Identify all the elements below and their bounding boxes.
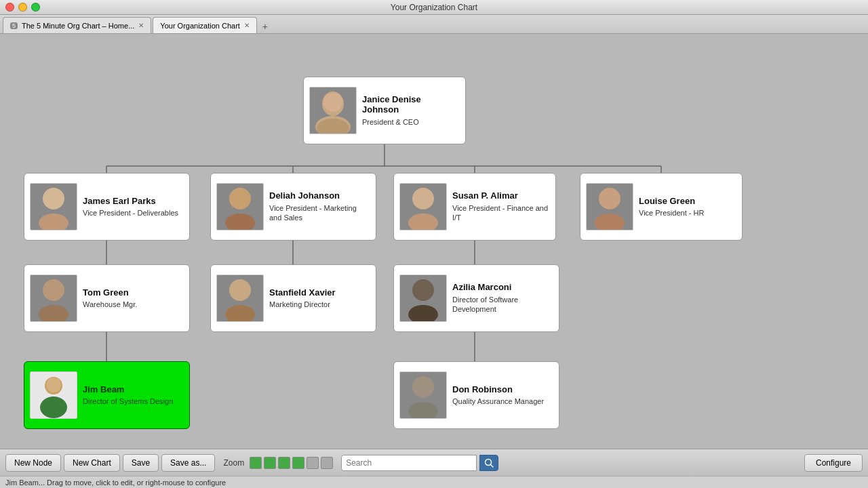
info-stanfield: Stanfield Xavier Marketing Director <box>269 287 370 310</box>
title-bar: Your Organization Chart <box>0 0 868 15</box>
new-chart-button[interactable]: New Chart <box>64 454 120 472</box>
svg-point-33 <box>40 396 67 418</box>
node-deliah[interactable]: Deliah Johanson Vice President - Marketi… <box>210 173 376 241</box>
main-content: Janice Denise Johnson President & CEO Ja… <box>0 34 868 476</box>
name-jimbeam: Jim Beam <box>83 384 184 395</box>
name-james: James Earl Parks <box>83 196 184 207</box>
info-tom: Tom Green Warehouse Mgr. <box>83 287 184 310</box>
avatar-janice <box>309 87 357 134</box>
node-azilia[interactable]: Azilia Marconi Director of Software Deve… <box>393 264 559 332</box>
info-don: Don Robinson Quality Assurance Manager <box>452 384 553 407</box>
tab-chart-label: Your Organization Chart <box>160 22 240 30</box>
name-susan: Susan P. Alimar <box>452 190 550 201</box>
svg-point-24 <box>599 188 620 209</box>
svg-point-18 <box>43 188 64 209</box>
title-stanfield: Marketing Director <box>269 300 370 309</box>
status-message: Jim Beam... Drag to move, click to edit,… <box>5 479 226 487</box>
avatar-azilia <box>399 274 447 322</box>
avatar-don <box>399 371 447 419</box>
svg-point-19 <box>39 214 68 230</box>
svg-point-16 <box>323 93 342 112</box>
status-bar: Jim Beam... Drag to move, click to edit,… <box>0 476 868 488</box>
window-title: Your Organization Chart <box>391 3 477 12</box>
title-james: Vice President - Deliverables <box>83 208 184 218</box>
minimize-button[interactable] <box>18 3 27 12</box>
search-input[interactable] <box>341 455 477 471</box>
avatar-tom <box>30 274 77 322</box>
tab-count: 5 <box>10 22 18 29</box>
svg-point-25 <box>595 214 625 230</box>
node-james[interactable]: James Earl Parks Vice President - Delive… <box>24 173 190 241</box>
info-janice: Janice Denise Johnson President & CEO <box>362 94 460 127</box>
tab-chart[interactable]: Your Organization Chart ✕ <box>153 17 257 33</box>
title-tom: Warehouse Mgr. <box>83 300 184 309</box>
svg-point-22 <box>412 188 434 209</box>
avatar-susan <box>399 183 447 230</box>
zoom-dot-5[interactable] <box>307 457 319 469</box>
tab-home-close[interactable]: ✕ <box>138 22 144 29</box>
tab-home[interactable]: 5 The 5 Minute Org Chart – Home... ✕ <box>3 17 151 33</box>
zoom-dot-4[interactable] <box>292 457 304 469</box>
svg-point-31 <box>408 305 438 321</box>
avatar-jimbeam <box>30 371 77 419</box>
info-azilia: Azilia Marconi Director of Software Deve… <box>452 282 553 314</box>
tab-home-label: The 5 Minute Org Chart – Home... <box>22 22 134 30</box>
info-james: James Earl Parks Vice President - Delive… <box>83 196 184 218</box>
node-janice[interactable]: Janice Denise Johnson President & CEO <box>303 77 466 144</box>
title-janice: President & CEO <box>362 117 460 127</box>
title-don: Quality Assurance Manager <box>452 396 553 406</box>
new-node-button[interactable]: New Node <box>5 454 61 472</box>
new-tab-button[interactable]: + <box>258 20 272 33</box>
title-deliah: Vice President - Marketing and Sales <box>269 203 370 223</box>
node-tom[interactable]: Tom Green Warehouse Mgr. <box>24 264 190 332</box>
svg-point-27 <box>39 305 68 321</box>
name-louise: Louise Green <box>639 196 736 207</box>
zoom-dot-6[interactable] <box>321 457 333 469</box>
node-louise[interactable]: Louise Green Vice President - HR <box>580 173 743 241</box>
node-jimbeam[interactable]: Jim Beam Director of Systems Design <box>24 361 190 429</box>
svg-point-34 <box>46 378 61 392</box>
zoom-control[interactable] <box>250 457 333 469</box>
title-azilia: Director of Software Development <box>452 295 553 314</box>
save-as-button[interactable]: Save as... <box>161 454 215 472</box>
node-don[interactable]: Don Robinson Quality Assurance Manager <box>393 361 559 429</box>
name-stanfield: Stanfield Xavier <box>269 287 370 298</box>
zoom-dot-3[interactable] <box>278 457 290 469</box>
svg-point-36 <box>408 402 438 418</box>
svg-point-20 <box>229 188 251 209</box>
save-button[interactable]: Save <box>123 454 159 472</box>
toolbar: New Node New Chart Save Save as... Zoom … <box>0 449 868 476</box>
name-janice: Janice Denise Johnson <box>362 94 460 115</box>
svg-point-35 <box>412 376 434 398</box>
avatar-louise <box>586 183 633 230</box>
title-jimbeam: Director of Systems Design <box>83 396 184 406</box>
avatar-james <box>30 183 77 230</box>
info-louise: Louise Green Vice President - HR <box>639 196 736 218</box>
maximize-button[interactable] <box>31 3 40 12</box>
info-deliah: Deliah Johanson Vice President - Marketi… <box>269 190 370 222</box>
info-jimbeam: Jim Beam Director of Systems Design <box>83 384 184 407</box>
name-tom: Tom Green <box>83 287 184 298</box>
node-susan[interactable]: Susan P. Alimar Vice President - Finance… <box>393 173 556 241</box>
name-azilia: Azilia Marconi <box>452 282 553 293</box>
node-stanfield[interactable]: Stanfield Xavier Marketing Director <box>210 264 376 332</box>
tab-chart-close[interactable]: ✕ <box>244 22 250 29</box>
name-don: Don Robinson <box>452 384 553 395</box>
window-controls[interactable] <box>5 3 40 12</box>
org-canvas[interactable]: Janice Denise Johnson President & CEO Ja… <box>0 34 868 449</box>
svg-point-30 <box>412 279 434 301</box>
info-susan: Susan P. Alimar Vice President - Finance… <box>452 190 550 222</box>
zoom-dot-1[interactable] <box>250 457 262 469</box>
close-button[interactable] <box>5 3 14 12</box>
svg-point-21 <box>225 214 255 230</box>
tab-bar: 5 The 5 Minute Org Chart – Home... ✕ You… <box>0 15 868 34</box>
svg-point-29 <box>225 305 255 321</box>
svg-point-28 <box>229 279 251 301</box>
configure-button[interactable]: Configure <box>804 454 863 472</box>
zoom-dot-2[interactable] <box>264 457 276 469</box>
svg-point-26 <box>43 279 64 301</box>
name-deliah: Deliah Johanson <box>269 190 370 201</box>
avatar-deliah <box>216 183 264 230</box>
title-louise: Vice President - HR <box>639 208 736 218</box>
search-button[interactable] <box>479 455 498 471</box>
